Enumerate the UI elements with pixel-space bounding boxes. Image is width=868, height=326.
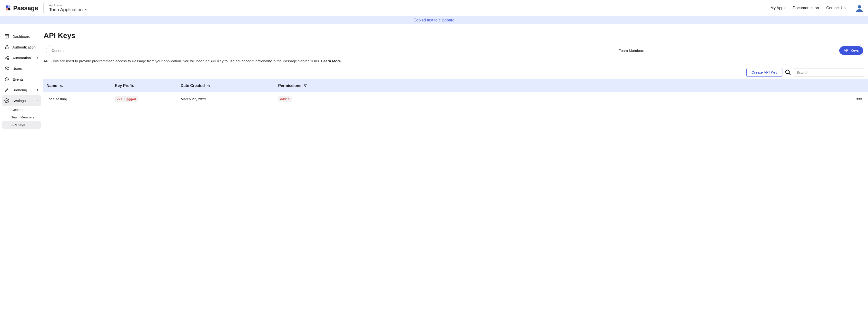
sidebar-item-label: Users (12, 67, 39, 71)
svg-point-17 (6, 100, 7, 101)
cell-permission: admin (278, 96, 850, 102)
sidebar: Dashboard Authentication Automation User… (0, 24, 43, 135)
svg-point-14 (5, 67, 7, 68)
page-title: API Keys (43, 31, 868, 40)
chevron-down-icon (36, 99, 39, 102)
api-keys-table: Name Key Prefix Date Created Permissions (43, 79, 868, 106)
gear-icon (4, 98, 9, 103)
svg-point-1 (8, 5, 10, 8)
table-row: Local testing 221JPgggAD March 27, 2023 … (43, 92, 868, 106)
dashboard-icon (4, 34, 9, 39)
nav-documentation[interactable]: Documentation (793, 6, 819, 10)
avatar[interactable] (855, 4, 864, 12)
passage-logo-icon (4, 4, 12, 12)
svg-line-13 (6, 58, 7, 59)
cell-prefix: 221JPgggAD (115, 96, 181, 102)
create-api-key-button[interactable]: Create API Key (746, 68, 782, 77)
svg-point-2 (6, 8, 8, 10)
settings-tabs: General Team Members API Keys (46, 45, 864, 56)
sidebar-item-authentication[interactable]: Authentication (2, 42, 41, 53)
sidebar-item-label: Automation (12, 56, 33, 60)
nav-my-apps[interactable]: My Apps (771, 6, 785, 10)
sidebar-item-dashboard[interactable]: Dashboard (2, 31, 41, 42)
more-actions-icon[interactable]: ••• (850, 96, 865, 102)
search-icon[interactable] (785, 69, 791, 75)
toast-banner: Copied text to clipboard (0, 16, 868, 24)
svg-point-0 (6, 5, 8, 8)
sidebar-item-events[interactable]: Events (2, 74, 41, 85)
nav-contact-us[interactable]: Contact Us (826, 6, 845, 10)
chevron-right-icon (38, 45, 39, 48)
tab-api-keys[interactable]: API Keys (839, 46, 863, 55)
chevron-right-icon (36, 89, 39, 91)
sidebar-subitem-api-keys[interactable]: API Keys (2, 121, 41, 129)
svg-rect-8 (5, 47, 8, 49)
toast-message: Copied text to clipboard (413, 18, 455, 22)
sidebar-subitem-team-members[interactable]: Team Members (2, 113, 41, 121)
sidebar-item-label: Dashboard (12, 34, 39, 38)
main-content: API Keys General Team Members API Keys A… (43, 24, 868, 135)
users-icon (4, 66, 9, 71)
svg-point-18 (785, 70, 789, 73)
app-selector[interactable]: Application Todo Application (49, 4, 88, 12)
sort-icon (207, 84, 211, 88)
svg-line-19 (789, 73, 790, 75)
tab-general[interactable]: General (47, 46, 424, 55)
clock-icon (4, 76, 9, 82)
svg-point-11 (7, 59, 9, 60)
sidebar-item-branding[interactable]: Branding (2, 85, 41, 95)
svg-point-3 (8, 8, 10, 10)
sidebar-item-label: Authentication (12, 45, 36, 49)
chevron-down-icon (85, 8, 88, 11)
cell-name: Local testing (46, 97, 115, 101)
svg-point-9 (5, 57, 6, 59)
learn-more-link[interactable]: Learn More. (321, 59, 342, 63)
sidebar-item-users[interactable]: Users (2, 63, 41, 74)
svg-point-15 (7, 67, 8, 68)
column-header-date-created[interactable]: Date Created (181, 84, 278, 88)
lock-icon (4, 44, 9, 50)
page-description: API Keys are used to provide programmati… (43, 59, 868, 63)
permission-pill: admin (278, 96, 291, 102)
automation-icon (4, 55, 9, 60)
brand-logo[interactable]: Passage (4, 4, 38, 12)
table-toolbar: Create API Key (43, 68, 868, 77)
table-header: Name Key Prefix Date Created Permissions (43, 79, 868, 92)
sidebar-item-label: Events (12, 77, 39, 82)
chevron-right-icon (36, 56, 39, 59)
svg-point-10 (7, 56, 9, 57)
svg-point-4 (858, 5, 861, 8)
column-header-permissions[interactable]: Permissions (278, 84, 850, 88)
app-selector-label: Application (49, 4, 88, 7)
header-nav: My Apps Documentation Contact Us (771, 4, 864, 12)
app-selector-name: Todo Application (49, 7, 83, 12)
sidebar-item-label: Settings (12, 99, 33, 103)
column-header-name[interactable]: Name (46, 84, 115, 88)
svg-line-12 (6, 57, 7, 58)
sidebar-item-automation[interactable]: Automation (2, 53, 41, 63)
sort-asc-icon (59, 84, 63, 88)
sidebar-item-label: Branding (12, 88, 33, 92)
header-divider (43, 3, 44, 13)
filter-icon (303, 84, 307, 88)
key-prefix-pill: 221JPgggAD (115, 96, 138, 102)
sidebar-subitem-general[interactable]: General (2, 106, 41, 113)
search-input[interactable] (794, 68, 864, 77)
cell-date: March 27, 2023 (181, 97, 278, 101)
sidebar-item-settings[interactable]: Settings (2, 95, 41, 106)
brand-name: Passage (13, 4, 38, 12)
column-header-key-prefix: Key Prefix (115, 84, 181, 88)
pencil-icon (4, 87, 9, 93)
tab-team-members[interactable]: Team Members (424, 46, 839, 55)
header: Passage Application Todo Application My … (0, 0, 868, 16)
